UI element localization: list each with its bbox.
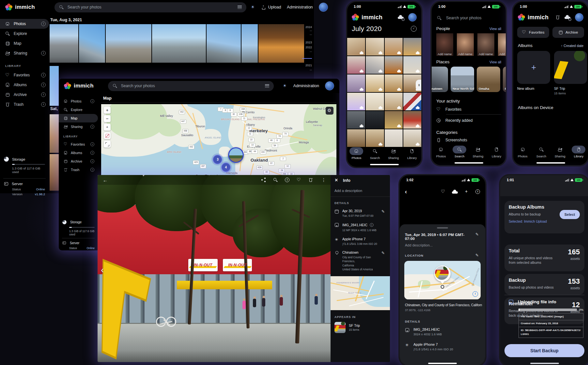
photo-tile[interactable]	[403, 56, 421, 74]
user-avatar[interactable]	[408, 13, 417, 22]
nav-tab-library[interactable]: Library	[569, 146, 588, 161]
sidebar-item-archive[interactable]: Archive	[59, 157, 98, 166]
immich-logo[interactable]: immich	[64, 82, 94, 89]
add-icon[interactable]	[464, 189, 469, 194]
sort-button[interactable]: ↑ Created date	[561, 44, 583, 48]
view-all-link[interactable]: View all	[489, 27, 501, 31]
archive-button[interactable]: Archive	[552, 27, 584, 38]
select-all-icon[interactable]	[411, 26, 417, 32]
nav-tab-search[interactable]: Search	[532, 146, 550, 161]
info-icon[interactable]	[285, 178, 289, 182]
sidebar-item-explore[interactable]: Explore	[0, 29, 49, 39]
photo-tile[interactable]	[385, 93, 403, 110]
info-icon[interactable]	[41, 83, 46, 87]
nav-tab-search[interactable]: Search	[450, 146, 469, 161]
favorite-icon[interactable]	[441, 189, 445, 194]
search-filter-icon[interactable]	[238, 6, 242, 9]
favorites-row[interactable]: Favorites	[436, 107, 501, 112]
photo-tile[interactable]	[403, 129, 421, 147]
back-icon[interactable]: ←	[103, 177, 108, 183]
sidebar-item-albums[interactable]: Albums	[0, 80, 49, 90]
photo-thumbnail[interactable]	[50, 66, 59, 106]
info-icon[interactable]	[90, 159, 94, 163]
photo-tile[interactable]	[366, 111, 384, 129]
administration-link[interactable]: Administration	[287, 5, 313, 9]
scroll-handle[interactable]: ⇕	[416, 80, 422, 91]
photo-tile[interactable]	[347, 38, 365, 56]
add-name-label[interactable]: Add name	[436, 52, 453, 56]
photo-tile[interactable]	[366, 129, 384, 147]
search-filter-icon[interactable]	[265, 84, 269, 88]
person-item[interactable]: Add name	[457, 33, 474, 56]
user-avatar[interactable]	[575, 13, 583, 22]
person-item[interactable]: Add name	[477, 33, 494, 56]
photo-thumbnail[interactable]	[79, 24, 105, 63]
nav-tab-sharing[interactable]: Sharing	[551, 146, 569, 161]
cloud-download-icon[interactable]	[452, 190, 458, 194]
place-card[interactable]: Chinatown	[430, 67, 448, 92]
sidebar-item-photos[interactable]: Photos	[0, 19, 49, 29]
recently-added-row[interactable]: Recently added	[436, 118, 501, 123]
photo-thumbnail[interactable]	[50, 114, 59, 153]
previous-photo-button[interactable]: ‹	[101, 265, 104, 275]
edit-icon[interactable]	[381, 209, 386, 214]
album-link[interactable]: SF Trip 15 items	[331, 320, 390, 335]
search-input[interactable]: Search your photos	[108, 81, 274, 91]
info-icon[interactable]	[90, 142, 94, 146]
place-card[interactable]: Near North Side	[451, 67, 474, 92]
start-backup-button[interactable]: Start Backup	[504, 344, 584, 357]
favorites-button[interactable]: Favorites	[517, 27, 549, 38]
backup-cloud-icon[interactable]	[398, 15, 404, 19]
search-input[interactable]: Search your photos	[432, 12, 506, 24]
scrubber-year[interactable]: 2022	[305, 46, 312, 49]
info-icon[interactable]	[41, 22, 46, 26]
photo-display[interactable]: IN-N-OUT IN-N-OUT ‹	[98, 175, 331, 362]
info-icon[interactable]	[90, 168, 94, 172]
toggle-photos-button[interactable]	[104, 132, 111, 139]
photo-tile[interactable]	[385, 38, 403, 56]
sidebar-item-explore[interactable]: Explore	[59, 105, 98, 114]
photo-tile[interactable]	[366, 74, 384, 92]
photo-thumbnail[interactable]	[207, 24, 241, 63]
photo-thumbnail[interactable]	[50, 24, 78, 63]
sidebar-item-map[interactable]: Map	[59, 114, 98, 122]
person-item[interactable]: Add name	[498, 33, 506, 56]
zoom-out-button[interactable]: −	[104, 115, 111, 122]
edit-date-icon[interactable]	[475, 232, 480, 237]
scrubber-year[interactable]: 2023	[305, 41, 312, 44]
sidebar-item-favorites[interactable]: Favorites	[59, 140, 98, 149]
nav-tab-search[interactable]: Search	[366, 147, 384, 162]
info-icon[interactable]	[41, 51, 46, 56]
info-icon[interactable]	[41, 102, 46, 107]
nav-tab-sharing[interactable]: Sharing	[384, 147, 403, 162]
photo-tile[interactable]	[385, 111, 403, 129]
photo-tile[interactable]	[347, 56, 365, 74]
sidebar-item-trash[interactable]: Trash	[59, 166, 98, 174]
location-minimap[interactable]: FISHERMAN'S WHARFBeach Street	[331, 276, 390, 310]
nav-tab-photos[interactable]: Photos	[513, 146, 532, 161]
info-icon[interactable]	[41, 92, 46, 97]
photo-thumbnail[interactable]	[50, 154, 59, 191]
photo-cluster-marker[interactable]: 3	[213, 155, 222, 164]
photo-tile[interactable]	[347, 111, 365, 129]
info-icon[interactable]	[90, 99, 94, 103]
map-settings-button[interactable]	[326, 107, 333, 115]
sidebar-item-sharing[interactable]: Sharing	[59, 122, 98, 131]
share-icon[interactable]	[261, 178, 266, 182]
add-description-field[interactable]: Add a description	[331, 184, 390, 197]
compass-button[interactable]	[104, 124, 111, 131]
select-albums-button[interactable]: Select	[560, 210, 580, 219]
info-icon[interactable]	[370, 223, 373, 227]
album-card[interactable]: SF Trip 15 items	[554, 51, 587, 95]
place-card[interactable]: Pi	[503, 67, 506, 92]
sidebar-item-sharing[interactable]: Sharing	[0, 48, 49, 58]
sidebar-item-archive[interactable]: Archive	[0, 90, 49, 100]
sidebar-item-photos[interactable]: Photos	[59, 97, 98, 105]
sidebar-item-albums[interactable]: Albums	[59, 149, 98, 157]
close-icon[interactable]	[334, 178, 339, 183]
screenshots-row[interactable]: Screenshots	[436, 138, 501, 142]
theme-toggle-icon[interactable]	[251, 5, 255, 9]
new-album-card[interactable]: + New album	[517, 51, 550, 95]
photo-tile[interactable]	[385, 74, 403, 92]
photo-thumbnail[interactable]	[258, 24, 304, 63]
